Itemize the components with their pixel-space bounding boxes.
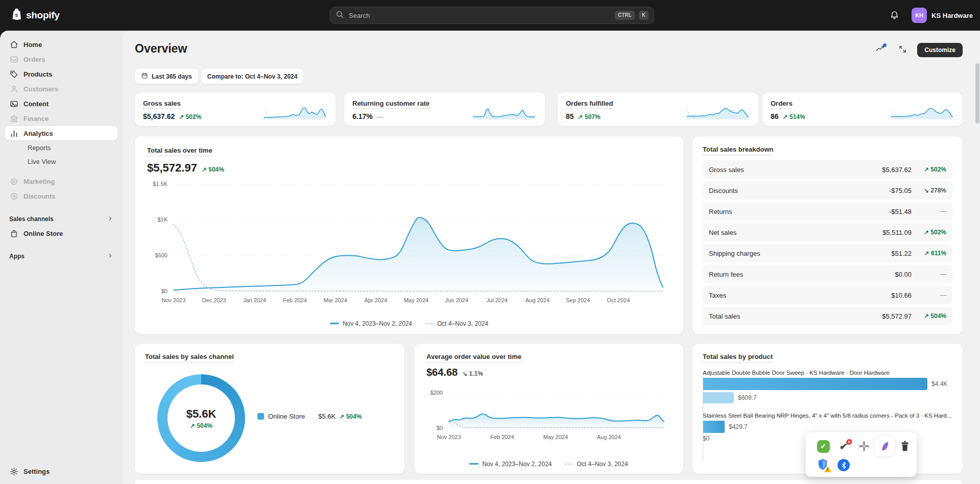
breakdown-row[interactable]: Total sales $5,572.97 ↗ 504% [703, 307, 952, 325]
product-previous-bar[interactable] [703, 392, 734, 403]
metric-label: Gross sales [143, 100, 181, 109]
feather-icon[interactable] [874, 435, 895, 457]
metric-card-gross-sales[interactable]: Gross sales $5,637.62 ↗ 502% [135, 92, 336, 126]
section-label: Apps [9, 253, 25, 260]
y-tick-label: $1.5K [147, 181, 168, 187]
sidebar-item-products[interactable]: Products [5, 67, 117, 81]
y-tick-label: $200 [426, 390, 443, 396]
channel-name: Online Store [268, 413, 305, 420]
bluetooth-icon[interactable] [837, 458, 850, 472]
sidebar-item-home[interactable]: Home [5, 37, 117, 52]
channel-value: $5.6K [318, 413, 336, 420]
expand-icon [898, 45, 907, 56]
compare-to-button[interactable]: Compare to: Oct 4–Nov 3, 2024 [201, 69, 304, 84]
breakdown-row[interactable]: Discounts -$75.05 ↘ 278% [703, 181, 952, 200]
aov-value: $64.68 [426, 367, 458, 378]
card-title: Total sales by product [703, 353, 773, 362]
bars-axis-line [703, 379, 703, 461]
apps-section[interactable]: Apps [5, 250, 117, 263]
next-row-card-edge [135, 480, 963, 484]
card-title: Total sales over time [147, 147, 212, 156]
metric-card-orders-fulfilled[interactable]: Orders fulfilled 85 ↗ 507% [558, 92, 758, 126]
total-sales-value: $5,572.97 [147, 161, 197, 175]
page-title: Overview [135, 42, 187, 56]
x-tick-label: Sep 2024 [558, 297, 599, 303]
metric-card-returning-customer-rate[interactable]: Returning customer rate 6.17% — [344, 92, 545, 126]
breakdown-row[interactable]: Return fees $0.00 — [703, 265, 952, 283]
puzzle-icon[interactable] [857, 440, 871, 453]
dotted-line-marker: ··· [425, 320, 434, 327]
chevron-right-icon [107, 215, 113, 223]
sparkline-chart [263, 99, 328, 121]
total-sales-delta: ↗ 504% [202, 166, 224, 173]
search-input[interactable] [348, 11, 611, 20]
vpn-red-badge-icon[interactable]: ✔✕ [837, 440, 850, 453]
sparkline-chart [472, 99, 538, 121]
sidebar-item-label: Live View [28, 158, 56, 165]
breakdown-row[interactable]: Returns -$51.48 — [703, 202, 952, 221]
product-current-bar[interactable] [703, 378, 927, 390]
sidebar-item-reports[interactable]: Reports [5, 141, 117, 155]
average-order-value-card: Average order value over time $64.68 ↘ 1… [414, 344, 683, 474]
sidebar-item-live-view[interactable]: Live View [5, 155, 117, 168]
bar-value-label: $0 [703, 435, 709, 442]
x-tick-label: Feb 2024 [482, 434, 522, 440]
sales-channels-section[interactable]: Sales channels [5, 212, 117, 226]
x-tick-label: Jan 2024 [234, 297, 275, 303]
trash-icon[interactable] [898, 440, 912, 453]
card-title: Total sales breakdown [703, 146, 773, 155]
sidebar-item-label: Customers [23, 85, 58, 93]
shield-warning-icon[interactable] [817, 458, 830, 471]
breakdown-row[interactable]: Shipping charges $51.22 ↗ 611% [703, 244, 952, 262]
date-range-button[interactable]: Last 365 days [135, 69, 198, 84]
sidebar-item-label: Discounts [23, 192, 56, 200]
bar-chart-icon [9, 129, 18, 138]
metric-delta: — [377, 113, 383, 120]
sidebar-item-content[interactable]: Content [5, 96, 117, 111]
breakdown-row[interactable]: Net sales $5,511.09 ↗ 502% [703, 223, 952, 241]
sidebar-item-label: Analytics [23, 130, 53, 137]
channel-delta: ↗ 504% [339, 413, 362, 420]
sidebar-item-marketing: Marketing [5, 174, 117, 188]
bar-value-label: $609.7 [738, 394, 757, 401]
metric-label: Returning customer rate [352, 100, 429, 109]
metric-value: 6.17% [352, 112, 373, 120]
store-menu[interactable]: KH KS Hardware [912, 8, 973, 23]
insights-button[interactable] [872, 43, 888, 57]
legend-label: Nov 4, 2023–Nov 2, 2024 [343, 320, 412, 327]
metric-delta: ↗ 514% [783, 113, 805, 120]
channel-swatch [257, 413, 264, 420]
x-tick-label: Aug 2024 [517, 297, 558, 303]
sidebar-item-settings[interactable]: Settings [5, 464, 117, 478]
sidebar-item-online-store[interactable]: Online Store [5, 226, 117, 240]
sidebar-item-label: Reports [28, 144, 51, 152]
shopify-logo[interactable]: S shopify [10, 8, 59, 23]
legend-current-period: Nov 4, 2023–Nov 2, 2024 [330, 320, 412, 327]
x-tick-label: Nov 2023 [428, 434, 469, 440]
fullscreen-button[interactable] [895, 43, 910, 57]
x-tick-label: Jul 2024 [476, 297, 517, 303]
customize-button[interactable]: Customize [917, 43, 963, 57]
product-current-bar[interactable] [703, 421, 725, 433]
metric-card-orders[interactable]: Orders 86 ↗ 514% [762, 92, 963, 126]
sidebar-item-analytics[interactable]: Analytics [5, 126, 117, 140]
card-title: Total sales by sales channel [145, 353, 234, 362]
global-search[interactable]: CTRL K [330, 7, 654, 24]
scrollbar-thumb[interactable] [975, 63, 979, 124]
approved-check-icon[interactable]: ✓ [817, 440, 830, 453]
store-avatar: KH [912, 8, 927, 23]
sidebar: Home Orders Products Customers Content F… [0, 31, 123, 484]
svg-text:S: S [15, 13, 18, 18]
bar-value-label: $4.4K [931, 380, 947, 388]
browser-extensions-popup: ✓ ✔✕ [805, 432, 917, 477]
bell-icon [890, 10, 899, 21]
home-icon [9, 40, 18, 49]
breakdown-row[interactable]: Taxes $10.66 — [703, 286, 952, 304]
x-tick-label: Apr 2024 [355, 297, 396, 303]
scrollbar[interactable] [975, 62, 979, 483]
sidebar-item-label: Orders [23, 56, 45, 63]
donut-total-value: $5.6K [186, 407, 217, 421]
warning-triangle-icon [824, 466, 831, 472]
notifications-button[interactable] [886, 7, 902, 23]
breakdown-row[interactable]: Gross sales $5,637.62 ↗ 502% [703, 160, 952, 179]
